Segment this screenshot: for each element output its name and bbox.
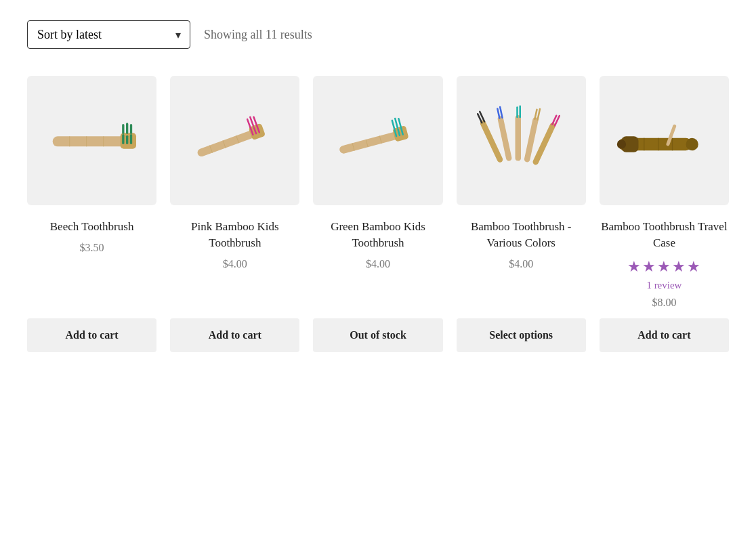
svg-rect-10 [129,134,131,144]
add-to-cart-button[interactable]: Add to cart [600,318,729,352]
product-image-pink-bamboo [170,76,299,205]
toolbar: Sort by latestSort by popularitySort by … [27,20,729,49]
select-options-button[interactable]: Select options [457,318,586,352]
svg-rect-9 [126,135,128,144]
svg-point-52 [617,140,626,148]
svg-point-49 [686,137,698,150]
beech-toothbrush-image [38,107,146,175]
add-to-cart-button[interactable]: Add to cart [27,318,156,352]
svg-rect-29 [398,117,402,127]
product-price: $8.00 [652,297,676,309]
product-title: Bamboo Toothbrush - Various Colors [457,219,586,251]
svg-rect-0 [52,136,125,146]
sort-select[interactable]: Sort by latestSort by popularitySort by … [27,20,190,49]
svg-rect-8 [122,134,124,144]
svg-rect-22 [339,131,401,154]
star-2: ★ [642,258,656,276]
product-card-travel-case: Bamboo Toothbrush Travel Case ★ ★ ★ ★ ★ … [600,76,729,352]
reviews-count: 1 review [646,280,681,291]
product-price: $3.50 [80,242,104,254]
svg-rect-27 [391,119,395,129]
product-title: Pink Bamboo Kids Toothbrush [170,219,299,251]
pink-toothbrush-image [181,107,289,175]
product-title: Green Bamboo Kids Toothbrush [313,219,442,251]
product-image-travel-case [600,76,729,205]
star-4: ★ [672,258,686,276]
svg-rect-11 [196,129,257,157]
products-grid: Beech Toothbrush $3.50 Add to cart [27,76,729,352]
product-card-beech-toothbrush: Beech Toothbrush $3.50 Add to cart [27,76,156,352]
svg-rect-7 [129,124,131,134]
product-image-bamboo-various [457,76,586,205]
star-rating: ★ ★ ★ ★ ★ [627,258,700,276]
out-of-stock-button[interactable]: Out of stock [313,318,442,352]
product-image-beech-toothbrush [27,76,156,205]
svg-rect-40 [516,106,518,118]
svg-rect-5 [122,124,124,134]
add-to-cart-button[interactable]: Add to cart [170,318,299,352]
product-card-pink-bamboo-kids: Pink Bamboo Kids Toothbrush $4.00 Add to… [170,76,299,352]
product-price: $4.00 [509,258,533,270]
star-3: ★ [657,258,671,276]
svg-rect-41 [520,105,522,118]
results-count: Showing all 11 results [204,28,312,42]
product-image-green-bamboo [313,76,442,205]
svg-rect-6 [126,123,128,134]
product-price: $4.00 [223,258,247,270]
product-title: Beech Toothbrush [50,219,134,235]
star-1: ★ [627,258,641,276]
product-title: Bamboo Toothbrush Travel Case [600,219,729,251]
various-toothbrushes-image [467,104,575,178]
svg-rect-39 [516,115,521,161]
product-card-green-bamboo-kids: Green Bamboo Kids Toothbrush $4.00 Out o… [313,76,442,352]
product-card-bamboo-various: Bamboo Toothbrush - Various Colors $4.00… [457,76,586,352]
sort-wrapper: Sort by latestSort by popularitySort by … [27,20,190,49]
product-price: $4.00 [366,258,390,270]
travel-case-image [610,107,718,175]
green-toothbrush-image [324,107,432,175]
star-5: ★ [687,258,700,276]
